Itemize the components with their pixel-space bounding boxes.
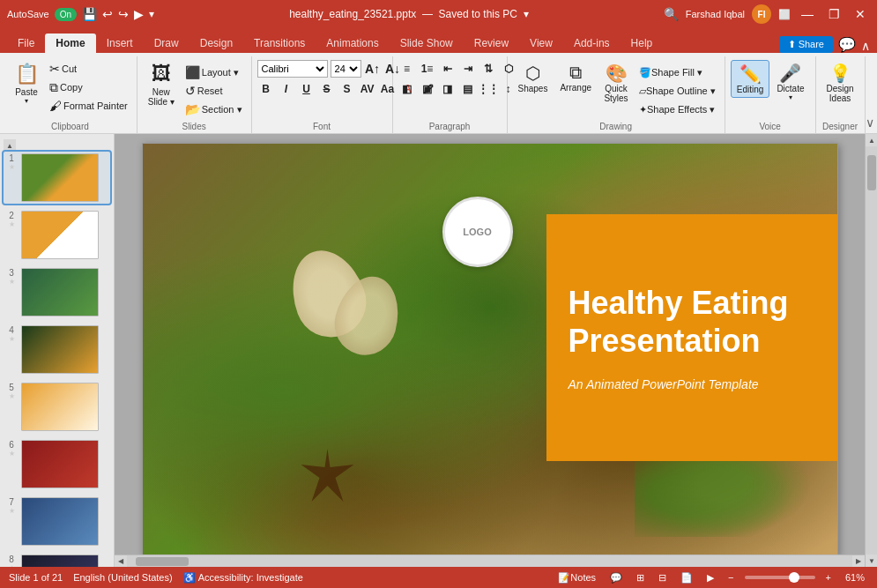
tab-design[interactable]: Design [190,33,243,53]
editing-canvas-area[interactable]: Healthy Eating Presentation An Animated … [115,134,865,555]
align-left-button[interactable]: ◧ [398,80,416,98]
design-ideas-button[interactable]: 💡 Design Ideas [821,60,859,106]
reading-view-button[interactable]: 📄 [677,569,696,585]
tab-view[interactable]: View [519,33,563,53]
normal-view-button[interactable]: ⊞ [633,569,648,585]
decrease-indent-button[interactable]: ⇤ [439,60,457,78]
zoom-in-button[interactable]: + [822,569,835,585]
tab-help[interactable]: Help [621,33,664,53]
slide-thumb-6[interactable]: 6 ★ [4,438,110,490]
h-scroll-left[interactable]: ◀ [115,555,127,568]
columns-button[interactable]: ⋮⋮ [479,80,497,98]
tab-transitions[interactable]: Transitions [243,33,316,53]
increase-font-icon[interactable]: A↑ [364,60,382,78]
tab-review[interactable]: Review [464,33,519,53]
format-painter-button[interactable]: 🖌 Format Painter [46,97,131,115]
bold-button[interactable]: B [257,80,275,98]
shape-outline-button[interactable]: ▱ Shape Outline ▾ [635,82,719,100]
v-scroll-down[interactable]: ▼ [866,555,877,567]
zoom-level[interactable]: 61% [842,569,868,585]
v-scroll-up[interactable]: ▲ [866,134,877,146]
tab-insert[interactable]: Insert [96,33,144,53]
restore-button[interactable]: ❐ [824,4,844,24]
slide-number-6: 6 ★ [5,440,18,458]
v-scroll-track[interactable] [866,146,877,555]
close-button[interactable]: ✕ [851,4,870,24]
accessibility-label[interactable]: ♿ Accessibility: Investigate [183,572,303,584]
h-scroll-track[interactable] [127,557,852,566]
panel-scroll-up[interactable]: ▲ [4,139,16,152]
slide-thumb-5[interactable]: 5 ★ [4,381,110,433]
paste-dropdown-icon[interactable]: ▾ [25,97,28,105]
editing-button[interactable]: ✏️ Editing [731,60,770,98]
tab-animations[interactable]: Animations [316,33,389,53]
tab-file[interactable]: File [7,33,45,53]
text-direction-button[interactable]: ⇅ [479,60,497,78]
increase-indent-button[interactable]: ⇥ [459,60,477,78]
shape-fill-button[interactable]: 🪣 Shape Fill ▾ [635,63,719,81]
search-icon[interactable]: 🔍 [664,7,679,21]
ribbon-expand-icon[interactable]: ∨ [866,115,874,130]
shape-effects-button[interactable]: ✦ Shape Effects ▾ [635,100,719,118]
dictate-dropdown-icon[interactable]: ▾ [789,93,792,101]
dictate-button[interactable]: 🎤 Dictate ▾ [771,60,809,104]
slide-thumb-8[interactable]: 8 ★ [4,553,110,567]
comments-icon[interactable]: 💬 [838,36,856,53]
cut-button[interactable]: ✂ Cut [46,60,131,78]
comments-status-button[interactable]: 💬 [606,569,626,585]
slide-thumb-1[interactable]: 1 ★ [4,152,110,204]
new-slide-button[interactable]: 🖼 New Slide ▾ [143,60,180,109]
font-name-select[interactable]: Calibri [257,60,328,78]
h-scroll-thumb[interactable] [136,557,189,566]
notes-button[interactable]: 📝 Notes [554,569,599,585]
italic-button[interactable]: I [278,80,295,98]
share-button[interactable]: ⬆ Share [779,36,833,53]
redo-icon[interactable]: ↪ [118,7,129,21]
customize-icon[interactable]: ▾ [149,8,154,20]
align-right-button[interactable]: ◨ [439,80,457,98]
ribbon-display-icon[interactable]: ⬜ [778,9,791,20]
tab-slideshow[interactable]: Slide Show [390,33,464,53]
minimize-button[interactable]: — [798,4,817,24]
present-icon[interactable]: ▶ [134,7,144,21]
slideshow-button[interactable]: ▶ [703,569,717,585]
tab-addins[interactable]: Add-ins [563,33,621,53]
layout-button[interactable]: ⬛ Layout ▾ [182,63,246,81]
undo-icon[interactable]: ↩ [102,7,113,21]
v-scroll-thumb[interactable] [867,155,876,190]
char-spacing-button[interactable]: AV [359,80,376,98]
shadow-button[interactable]: S [338,80,356,98]
slide-sorter-button[interactable]: ⊟ [655,569,670,585]
tab-draw[interactable]: Draw [144,33,190,53]
logo-circle[interactable]: LOGO [442,197,513,267]
numbering-button[interactable]: 1≡ [419,60,436,78]
section-button[interactable]: 📂 Section ▾ [182,100,246,118]
reset-button[interactable]: ↺ Reset [182,82,246,100]
zoom-slider[interactable] [745,576,815,579]
slide-thumb-2[interactable]: 2 ★ [4,209,110,261]
slide-thumb-3[interactable]: 3 ★ [4,266,110,318]
copy-button[interactable]: ⧉ Copy [46,78,131,96]
font-size-select[interactable]: 24 [331,60,361,78]
bullets-button[interactable]: ≡ [398,60,416,78]
h-scroll-right[interactable]: ▶ [852,555,865,568]
zoom-out-button[interactable]: − [725,569,737,585]
paste-button[interactable]: 📋 Paste ▾ [9,60,44,108]
zoom-thumb[interactable] [789,572,799,583]
slide-thumb-4[interactable]: 4 ★ [4,324,110,376]
arrange-button[interactable]: ⧉ Arrange [554,60,597,95]
align-center-button[interactable]: ▣ [419,80,436,98]
ribbon-collapse-icon[interactable]: ∧ [861,39,870,53]
save-icon[interactable]: 💾 [82,7,97,21]
language-label[interactable]: English (United States) [73,572,173,583]
underline-button[interactable]: U [298,80,316,98]
justify-button[interactable]: ▤ [459,80,477,98]
tab-home[interactable]: Home [45,33,95,53]
design-ideas-icon: 💡 [829,63,851,84]
strikethrough-button[interactable]: S [318,80,336,98]
shapes-button[interactable]: ⬡ Shapes [513,60,554,96]
slide-subtitle: An Animated PowerPoint Template [569,377,759,391]
slide-thumb-7[interactable]: 7 ★ [4,495,110,547]
autosave-toggle[interactable]: On [55,8,77,21]
quick-styles-button[interactable]: 🎨 Quick Styles [598,60,634,106]
